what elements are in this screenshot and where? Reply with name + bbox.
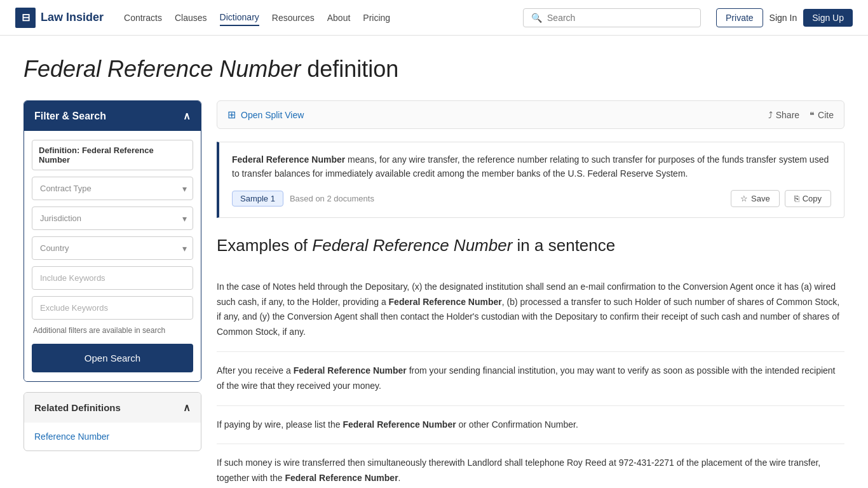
copy-label: Copy — [803, 194, 822, 203]
brand-name: Law Insider — [41, 11, 104, 24]
share-icon: ⤴ — [768, 110, 773, 120]
save-label: Save — [751, 194, 770, 203]
nav-dictionary[interactable]: Dictionary — [220, 10, 259, 26]
search-icon: 🔍 — [531, 13, 542, 23]
definition-term: Federal Reference Number — [232, 154, 345, 165]
nav-about[interactable]: About — [327, 10, 351, 25]
related-header: Related Definitions ∧ — [24, 393, 201, 423]
cite-icon: ❝ — [810, 110, 815, 120]
share-button[interactable]: ⤴ Share — [768, 110, 799, 120]
example-item: If paying by wire, please list the Feder… — [217, 406, 844, 445]
content-layout: Filter & Search ∧ Definition: Federal Re… — [24, 100, 844, 488]
related-panel: Related Definitions ∧ Reference Number — [24, 392, 201, 451]
example-term: Federal Reference Number — [342, 419, 456, 430]
private-button[interactable]: Private — [716, 8, 763, 27]
examples-suffix: in a sentence — [512, 236, 615, 255]
include-keywords-input[interactable] — [32, 266, 193, 290]
filter-body: Definition: Federal Reference Number Con… — [24, 131, 201, 381]
nav-clauses[interactable]: Clauses — [175, 10, 207, 25]
example-item: After you receive a Federal Reference Nu… — [217, 352, 844, 406]
nav-pricing[interactable]: Pricing — [363, 10, 390, 25]
include-keywords-field[interactable] — [32, 266, 193, 290]
related-title: Related Definitions — [34, 402, 121, 413]
filter-header: Filter & Search ∧ — [24, 101, 201, 131]
open-search-button[interactable]: Open Search — [32, 344, 193, 372]
example-text-before: If paying by wire, please list the — [217, 419, 342, 430]
brand-icon: ⊟ — [15, 8, 36, 28]
filter-panel: Filter & Search ∧ Definition: Federal Re… — [24, 100, 201, 382]
jurisdiction-select[interactable]: Jurisdiction — [32, 207, 193, 230]
signin-button[interactable]: Sign In — [770, 13, 797, 23]
exclude-keywords-field[interactable] — [32, 296, 193, 320]
chevron-up-icon: ∧ — [183, 110, 191, 122]
related-chevron-icon: ∧ — [183, 402, 191, 414]
search-input[interactable] — [547, 13, 693, 23]
examples-italic: Federal Reference Number — [312, 236, 512, 255]
related-body: Reference Number — [24, 423, 201, 451]
example-item: If such money is wire transferred then s… — [217, 444, 844, 488]
definition-text: Federal Reference Number means, for any … — [232, 152, 831, 181]
example-text-after: . — [398, 473, 401, 483]
action-bar-right: ⤴ Share ❝ Cite — [768, 110, 834, 120]
example-item: In the case of Notes held through the De… — [217, 268, 844, 352]
based-on-text: Based on 2 documents — [290, 194, 724, 203]
contract-type-select[interactable]: Contract Type — [32, 177, 193, 200]
nav-contracts[interactable]: Contracts — [124, 10, 162, 25]
contract-type-filter[interactable]: Contract Type — [32, 177, 193, 200]
jurisdiction-filter[interactable]: Jurisdiction — [32, 207, 193, 230]
open-split-view-label: Open Split View — [241, 110, 304, 120]
share-label: Share — [776, 110, 799, 120]
sidebar: Filter & Search ∧ Definition: Federal Re… — [24, 100, 201, 451]
cite-label: Cite — [818, 110, 834, 120]
signup-button[interactable]: Sign Up — [803, 9, 853, 27]
examples-title: Examples of Federal Reference Number in … — [217, 236, 844, 255]
definition-badge: Definition: Federal Reference Number — [32, 140, 193, 170]
split-view-icon: ⊞ — [227, 109, 236, 121]
open-split-view-button[interactable]: ⊞ Open Split View — [227, 109, 304, 121]
example-text-after: or other Confirmation Number. — [456, 419, 578, 430]
example-term: Federal Reference Number — [285, 473, 398, 483]
definition-label: Definition: — [39, 146, 79, 155]
page-title: Federal Reference Number definition — [24, 56, 844, 83]
page-title-italic: Federal Reference Number — [24, 56, 301, 82]
example-text-before: After you receive a — [217, 365, 294, 376]
sample-badge[interactable]: Sample 1 — [232, 191, 283, 207]
action-bar: ⊞ Open Split View ⤴ Share ❝ Cite — [217, 100, 844, 129]
country-filter[interactable]: Country — [32, 236, 193, 260]
copy-button[interactable]: ⎘ Copy — [785, 190, 831, 207]
save-button[interactable]: ☆ Save — [731, 190, 780, 207]
country-select[interactable]: Country — [32, 236, 193, 260]
cite-button[interactable]: ❝ Cite — [810, 110, 834, 120]
page-title-rest: definition — [301, 56, 398, 82]
page-container: Federal Reference Number definition Filt… — [8, 36, 860, 488]
sample-bar: Sample 1 Based on 2 documents ☆ Save ⎘ C… — [232, 190, 831, 207]
definition-box: Federal Reference Number means, for any … — [217, 142, 844, 218]
related-link-reference-number[interactable]: Reference Number — [34, 431, 109, 442]
sample-actions: ☆ Save ⎘ Copy — [731, 190, 831, 207]
example-term: Federal Reference Number — [389, 297, 502, 307]
save-icon: ☆ — [740, 194, 748, 203]
copy-icon: ⎘ — [794, 194, 799, 203]
examples-prefix: Examples of — [217, 236, 312, 255]
exclude-keywords-input[interactable] — [32, 296, 193, 320]
main-content: ⊞ Open Split View ⤴ Share ❝ Cite — [217, 100, 844, 488]
filter-note: Additional filters are available in sear… — [32, 326, 193, 335]
example-term: Federal Reference Number — [294, 365, 407, 376]
nav-resources[interactable]: Resources — [272, 10, 315, 25]
nav-auth: Private Sign In Sign Up — [716, 8, 853, 27]
filter-title: Filter & Search — [34, 111, 106, 122]
brand-logo[interactable]: ⊟ Law Insider — [15, 8, 104, 28]
nav-links: Contracts Clauses Dictionary Resources A… — [124, 10, 508, 26]
search-bar[interactable]: 🔍 — [523, 8, 701, 27]
navbar: ⊟ Law Insider Contracts Clauses Dictiona… — [0, 0, 868, 36]
